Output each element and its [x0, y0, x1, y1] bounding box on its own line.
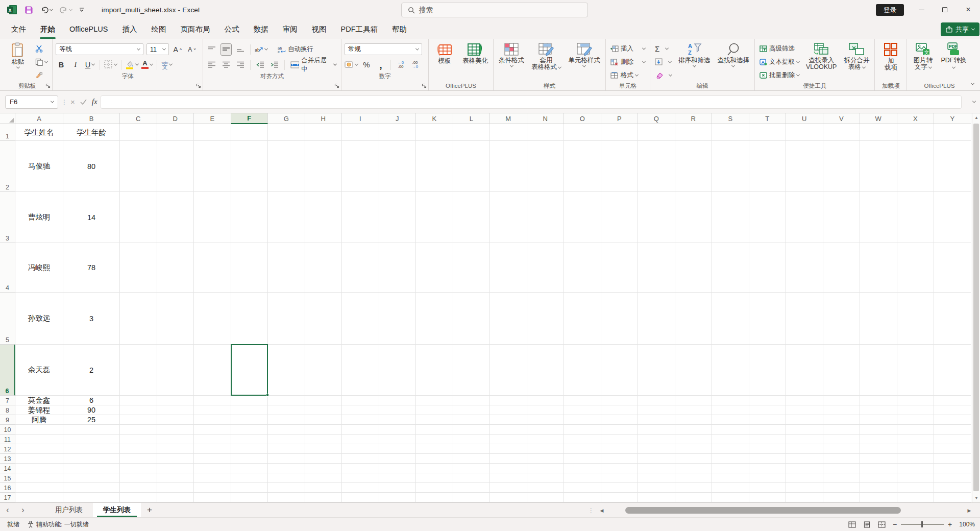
- cell-J16[interactable]: [379, 483, 416, 493]
- cell-A9[interactable]: 阿腾: [15, 415, 63, 425]
- cell-H5[interactable]: [305, 293, 342, 345]
- menu-tab-5[interactable]: 绘图: [144, 19, 174, 39]
- align-left-button[interactable]: [206, 59, 217, 71]
- cell-M13[interactable]: [490, 454, 527, 464]
- formula-bar-expand-chevron[interactable]: [968, 101, 980, 103]
- cell-K1[interactable]: [416, 124, 453, 141]
- cell-J6[interactable]: [379, 345, 416, 396]
- font-name-select[interactable]: 等线: [56, 43, 143, 55]
- cell-S8[interactable]: [712, 405, 749, 415]
- cell-B17[interactable]: [63, 493, 120, 502]
- scroll-down-arrow[interactable]: ▼: [972, 496, 980, 500]
- cell-B13[interactable]: [63, 454, 120, 464]
- cell-N8[interactable]: [527, 405, 565, 415]
- cell-E7[interactable]: [194, 396, 231, 405]
- cell-P14[interactable]: [601, 464, 639, 473]
- cell-Y15[interactable]: [934, 473, 971, 483]
- menu-tab-9[interactable]: 审阅: [276, 19, 305, 39]
- cell-P2[interactable]: [601, 141, 639, 192]
- cell-K15[interactable]: [416, 473, 453, 483]
- page-break-view-button[interactable]: [878, 521, 886, 528]
- find-select-button[interactable]: 查找和选择: [715, 40, 751, 81]
- minimize-button[interactable]: [910, 0, 933, 19]
- scroll-right-arrow[interactable]: ▶: [965, 503, 974, 518]
- cell-P16[interactable]: [601, 483, 639, 493]
- cell-C3[interactable]: [120, 192, 157, 243]
- maximize-button[interactable]: [933, 0, 957, 19]
- cell-T9[interactable]: [749, 415, 787, 425]
- cell-C8[interactable]: [120, 405, 157, 415]
- cell-Q4[interactable]: [638, 243, 675, 293]
- cell-X12[interactable]: [897, 444, 935, 454]
- cell-P1[interactable]: [601, 124, 639, 141]
- cell-L17[interactable]: [453, 493, 491, 502]
- accessibility-status[interactable]: 辅助功能: 一切就绪: [28, 520, 89, 529]
- column-header-A[interactable]: A: [15, 113, 63, 124]
- advanced-filter-button[interactable]: 高级筛选: [758, 42, 801, 55]
- row-header-14[interactable]: 14: [0, 464, 15, 473]
- cell-T3[interactable]: [749, 192, 787, 243]
- column-header-J[interactable]: J: [379, 113, 416, 124]
- menu-tab-6[interactable]: 页面布局: [174, 19, 217, 39]
- cell-J9[interactable]: [379, 415, 416, 425]
- cell-N13[interactable]: [527, 454, 565, 464]
- cell-A3[interactable]: 曹炫明: [15, 192, 63, 243]
- cell-W8[interactable]: [860, 405, 897, 415]
- row-header-3[interactable]: 3: [0, 192, 15, 243]
- batch-delete-button[interactable]: 批量删除: [758, 69, 801, 81]
- cell-D10[interactable]: [157, 425, 194, 435]
- bold-button[interactable]: B: [56, 59, 67, 71]
- row-header-7[interactable]: 7: [0, 396, 15, 405]
- cell-F7[interactable]: [231, 396, 268, 405]
- insert-cells-button[interactable]: 插入: [609, 42, 647, 55]
- cell-C10[interactable]: [120, 425, 157, 435]
- cell-L4[interactable]: [453, 243, 491, 293]
- cell-F4[interactable]: [231, 243, 268, 293]
- cell-I9[interactable]: [342, 415, 379, 425]
- copy-button[interactable]: [34, 56, 49, 68]
- undo-button[interactable]: [40, 6, 53, 14]
- orientation-button[interactable]: ab: [255, 43, 267, 56]
- cell-W11[interactable]: [860, 435, 897, 444]
- cell-I12[interactable]: [342, 444, 379, 454]
- cut-button[interactable]: [34, 42, 49, 55]
- cell-X7[interactable]: [897, 396, 935, 405]
- cell-R13[interactable]: [675, 454, 713, 464]
- cell-H9[interactable]: [305, 415, 342, 425]
- cell-O16[interactable]: [564, 483, 601, 493]
- text-extract-button[interactable]: A 文本提取: [758, 56, 801, 68]
- cell-Q7[interactable]: [638, 396, 675, 405]
- cell-I6[interactable]: [342, 345, 379, 396]
- cell-M15[interactable]: [490, 473, 527, 483]
- cell-W5[interactable]: [860, 293, 897, 345]
- cell-R12[interactable]: [675, 444, 713, 454]
- row-header-1[interactable]: 1: [0, 124, 15, 141]
- insert-function-icon[interactable]: fx: [92, 98, 97, 106]
- italic-button[interactable]: I: [70, 59, 81, 71]
- table-beautify-button[interactable]: 表格美化: [460, 40, 490, 81]
- cell-F9[interactable]: [231, 415, 268, 425]
- cell-B16[interactable]: [63, 483, 120, 493]
- cell-P8[interactable]: [601, 405, 639, 415]
- cell-V4[interactable]: [823, 243, 861, 293]
- cell-U13[interactable]: [786, 454, 823, 464]
- cell-F15[interactable]: [231, 473, 268, 483]
- fill-color-button[interactable]: [126, 59, 138, 71]
- cell-styles-button[interactable]: 单元格样式: [566, 40, 602, 81]
- cell-E6[interactable]: [194, 345, 231, 396]
- cell-V17[interactable]: [823, 493, 861, 502]
- zoom-level[interactable]: 100%: [959, 521, 975, 528]
- zoom-in-button[interactable]: +: [948, 520, 952, 528]
- cell-O17[interactable]: [564, 493, 601, 502]
- cell-C13[interactable]: [120, 454, 157, 464]
- cell-G1[interactable]: [268, 124, 305, 141]
- cell-H14[interactable]: [305, 464, 342, 473]
- cell-B8[interactable]: 90: [63, 405, 120, 415]
- cell-Y10[interactable]: [934, 425, 971, 435]
- cell-T14[interactable]: [749, 464, 787, 473]
- cell-G16[interactable]: [268, 483, 305, 493]
- share-button[interactable]: 共享: [941, 22, 979, 36]
- cell-X4[interactable]: [897, 243, 935, 293]
- vlookup-button[interactable]: 查找录入VLOOKUP: [804, 40, 839, 81]
- cell-U8[interactable]: [786, 405, 823, 415]
